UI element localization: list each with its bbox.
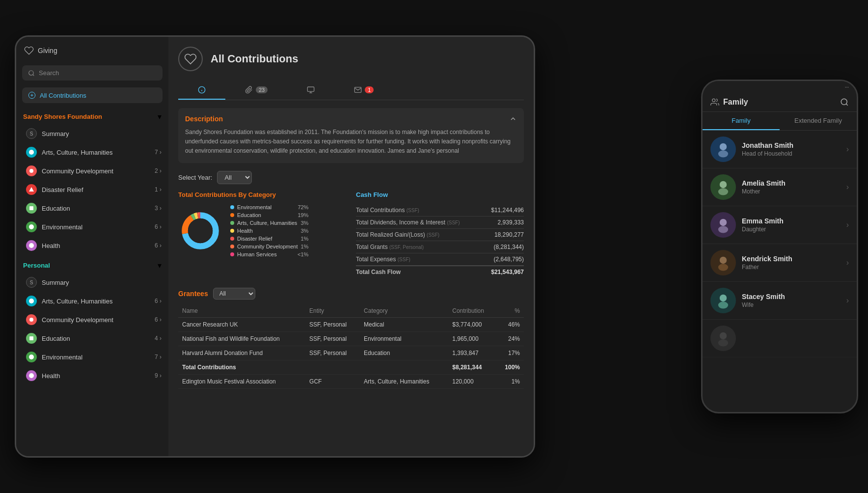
personal-education-count: 4 › (155, 335, 162, 342)
year-selector: Select Year: All 2023 2022 2021 (178, 171, 524, 184)
sidebar-item-personal-environmental[interactable]: Environmental 7 › (16, 348, 168, 366)
tab-attachments[interactable]: 23 (225, 81, 287, 100)
grantees-filter[interactable]: All SSF Personal GCF (213, 288, 255, 300)
svg-point-0 (29, 70, 33, 75)
description-text: Sandy Shores Foundation was established … (185, 128, 517, 156)
description-collapse-icon[interactable] (509, 115, 517, 123)
member-info-amelia: Amelia Smith Mother (742, 179, 846, 195)
member-role-stacey: Wife (742, 301, 846, 308)
search-bar[interactable]: Search (22, 65, 163, 81)
legend-dot-edu (230, 213, 234, 217)
sidebar-header: Giving (16, 37, 168, 61)
personal-collapse-icon: ▾ (158, 261, 162, 270)
family-member-kendrick[interactable]: Kendrick Smith Father › (703, 244, 857, 282)
phone-status-bar: ··· (703, 81, 857, 93)
legend-health: Health 3% (230, 228, 308, 234)
svg-point-35 (720, 257, 727, 264)
sidebar-item-ssf-health[interactable]: Health 6 › (16, 236, 168, 255)
chart-legend: Environmental 72% Education 19% Arts, Cu… (230, 204, 308, 257)
legend-human-services: Human Services <1% (230, 251, 308, 257)
family-member-partial[interactable] (703, 320, 857, 357)
family-member-emma[interactable]: Emma Smith Daughter › (703, 206, 857, 244)
sidebar-item-ssf-disaster[interactable]: Disaster Relief 1 › (16, 180, 168, 199)
personal-section-header[interactable]: Personal ▾ (16, 255, 168, 273)
page-icon (178, 47, 203, 71)
personal-summary-icon: S (26, 277, 37, 288)
family-member-stacey[interactable]: Stacey Smith Wife › (703, 282, 857, 320)
sidebar-item-ssf-environmental[interactable]: Environmental 6 › (16, 218, 168, 236)
phone-header-title: Family (710, 98, 748, 107)
col-category: Category (360, 304, 448, 318)
svg-point-38 (718, 301, 728, 308)
member-name-emma: Emma Smith (742, 217, 846, 225)
svg-rect-5 (29, 206, 33, 210)
ssf-section-header[interactable]: Sandy Shores Foundation ▾ (16, 106, 168, 124)
personal-environmental-count: 7 › (155, 354, 162, 360)
all-contributions-btn[interactable]: All Contributions (22, 87, 163, 103)
member-info-jonathan: Jonathan Smith Head of Household (742, 141, 846, 157)
svg-point-29 (720, 143, 727, 150)
search-icon (28, 70, 35, 77)
phone-search-icon[interactable] (840, 98, 849, 107)
svg-point-9 (29, 318, 33, 322)
phone-tab-extended[interactable]: Extended Family (780, 112, 857, 130)
member-name-kendrick: Kendrick Smith (742, 255, 846, 263)
personal-summary-label: Summary (42, 279, 69, 286)
svg-rect-16 (308, 87, 314, 91)
chevron-kendrick: › (846, 258, 849, 267)
personal-community-count: 6 › (155, 316, 162, 323)
sidebar-item-ssf-arts[interactable]: Arts, Culture, Humanities 7 › (16, 143, 168, 162)
sidebar-item-personal-education[interactable]: Education 4 › (16, 329, 168, 348)
member-role-amelia: Mother (742, 188, 846, 195)
svg-point-34 (718, 226, 728, 233)
ssf-title: Sandy Shores Foundation (23, 113, 102, 120)
tablet: Giving Search All Contributions Sandy Sh… (15, 35, 535, 458)
sidebar-item-personal-arts[interactable]: Arts, Culture, Humanities 6 › (16, 292, 168, 310)
chevron-stacey: › (846, 296, 849, 305)
table-row: Harvard Alumni Donation Fund SSF, Person… (178, 346, 524, 360)
tabs-bar: 23 1 (178, 81, 524, 100)
all-contributions-icon (28, 91, 36, 99)
table-row: Edington Music Festival Association GCF … (178, 374, 524, 388)
sidebar-item-personal-health[interactable]: Health 9 › (16, 366, 168, 385)
sidebar-item-personal-community[interactable]: Community Development 6 › (16, 310, 168, 329)
health-icon (26, 240, 37, 251)
col-pct: % (496, 304, 524, 318)
legend-dot-health (230, 229, 234, 233)
legend-dot-human (230, 252, 234, 256)
year-select[interactable]: All 2023 2022 2021 (217, 171, 252, 184)
family-member-jonathan[interactable]: Jonathan Smith Head of Household › (703, 131, 857, 168)
sidebar-item-personal-summary[interactable]: S Summary (16, 273, 168, 292)
main-content: All Contributions 23 (168, 37, 534, 456)
sidebar-item-ssf-education[interactable]: Education 3 › (16, 199, 168, 218)
mail-icon (354, 86, 362, 94)
app-title: Giving (38, 47, 57, 55)
tab-screen[interactable] (287, 81, 334, 100)
member-role-emma: Daughter (742, 226, 846, 233)
personal-arts-icon (26, 296, 37, 306)
personal-items: S Summary Arts, Culture, Humanities 6 › … (16, 273, 168, 385)
info-icon (198, 86, 206, 94)
svg-rect-10 (29, 336, 33, 340)
mail-badge: 1 (365, 86, 374, 93)
phone-tab-family[interactable]: Family (703, 112, 780, 130)
chart-title: Total Contributions By Category (178, 191, 346, 198)
phone-header: Family (703, 93, 857, 112)
ssf-summary-label: Summary (42, 130, 69, 137)
sidebar-item-ssf-community[interactable]: Community Development 2 › (16, 162, 168, 180)
cash-flow-title: Cash Flow (356, 191, 524, 198)
tab-info[interactable] (178, 81, 225, 100)
phone-title: Family (723, 98, 748, 107)
avatar-img-jonathan (714, 140, 732, 158)
sidebar-item-ssf-summary[interactable]: S Summary (16, 124, 168, 143)
ssf-arts-label: Arts, Culture, Humanities (42, 149, 113, 156)
svg-point-31 (720, 181, 727, 188)
environmental-icon (26, 221, 37, 232)
family-member-amelia[interactable]: Amelia Smith Mother › (703, 168, 857, 206)
personal-community-icon (26, 314, 37, 325)
ssf-disaster-count: 1 › (155, 186, 162, 193)
personal-health-icon (26, 370, 37, 381)
member-info-partial (742, 334, 849, 342)
tab-mail[interactable]: 1 (334, 81, 393, 100)
member-role-kendrick: Father (742, 264, 846, 271)
